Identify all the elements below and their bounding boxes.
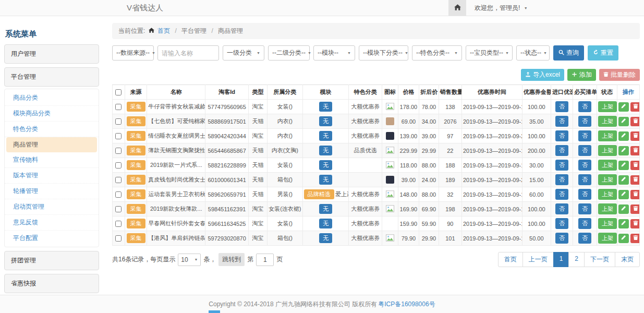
import-select-toggle[interactable]: 否 [555,130,568,141]
level2-category-select[interactable]: --二级分类--▼ [268,45,310,61]
module-select[interactable]: --模块--▼ [313,45,355,61]
row-checkbox[interactable] [115,191,121,198]
page-item[interactable]: 2 [568,252,585,267]
module-subcategory-select[interactable]: --模块下分类--▼ [359,45,408,61]
reset-button[interactable]: 重置 [588,45,618,61]
status-button[interactable]: 上架 [598,233,617,244]
edit-button[interactable] [618,219,629,228]
jump-page-input[interactable] [256,254,274,266]
data-source-select[interactable]: --数据来源--▼ [112,45,154,61]
batch-delete-button[interactable]: 批量删除 [599,69,640,81]
delete-button[interactable] [630,102,640,112]
must-buy-toggle[interactable]: 否 [578,130,591,141]
import-select-toggle[interactable]: 否 [555,174,568,185]
page-item[interactable]: 上一页 [523,252,554,267]
status-button[interactable]: 上架 [598,218,617,229]
status-button[interactable]: 上架 [598,130,617,141]
level1-category-select[interactable]: 一级分类▼ [223,45,264,61]
must-buy-toggle[interactable]: 否 [578,189,591,200]
page-item[interactable]: 首页 [498,252,523,267]
sidebar-subitem[interactable]: 模块商品分类 [5,106,99,122]
must-buy-toggle[interactable]: 否 [578,174,591,185]
import-select-toggle[interactable]: 否 [555,218,568,229]
delete-button[interactable] [630,204,640,214]
row-checkbox[interactable] [115,133,121,139]
delete-button[interactable] [630,219,640,228]
page-item[interactable]: 下一页 [584,252,615,267]
delete-button[interactable] [630,190,640,199]
edit-button[interactable] [618,131,629,141]
delete-button[interactable] [630,117,640,126]
breadcrumb-home-link[interactable]: 首页 [157,27,170,34]
select-all-checkbox[interactable] [115,89,121,95]
import-select-toggle[interactable]: 否 [555,189,568,200]
import-excel-button[interactable]: 导入excel [521,69,564,81]
sidebar-subitem[interactable]: 轮播管理 [5,184,99,199]
delete-button[interactable] [630,175,640,185]
status-button[interactable]: 上架 [598,203,617,214]
must-buy-toggle[interactable]: 否 [578,233,591,244]
must-buy-toggle[interactable]: 否 [578,218,591,229]
delete-button[interactable] [630,131,640,141]
row-checkbox[interactable] [115,177,121,183]
sidebar-panel-item[interactable]: 拼团管理 [4,251,99,270]
edit-button[interactable] [618,204,629,214]
import-select-toggle[interactable]: 否 [555,160,568,171]
name-input[interactable] [157,45,219,61]
edit-button[interactable] [618,161,629,170]
row-checkbox[interactable] [115,162,121,168]
jump-button[interactable]: 跳转到 [218,253,245,266]
edit-button[interactable] [618,102,629,112]
edit-button[interactable] [618,117,629,126]
status-button[interactable]: 上架 [598,189,617,200]
row-checkbox[interactable] [115,235,121,242]
breadcrumb-item[interactable]: 平台管理 [181,27,206,34]
sidebar-subitem[interactable]: 意见反馈 [5,215,99,231]
edit-button[interactable] [618,146,629,155]
edit-button[interactable] [618,234,629,243]
must-buy-toggle[interactable]: 否 [578,101,591,112]
row-checkbox[interactable] [115,148,121,154]
delete-button[interactable] [630,234,640,243]
status-select[interactable]: --状态--▼ [516,45,550,61]
status-button[interactable]: 上架 [598,145,617,156]
must-buy-toggle[interactable]: 否 [578,203,591,214]
user-menu[interactable]: 欢迎您，管理员! ▼ [466,4,528,13]
import-select-toggle[interactable]: 否 [555,116,568,127]
must-buy-toggle[interactable]: 否 [578,160,591,171]
sidebar-panel-item[interactable]: 平台管理 [4,67,99,87]
import-select-toggle[interactable]: 否 [555,145,568,156]
must-buy-toggle[interactable]: 否 [578,116,591,127]
search-button[interactable]: 查询 [553,45,584,61]
sidebar-subitem[interactable]: 商品分类 [5,90,99,106]
item-type-select[interactable]: --宝贝类型--▼ [466,45,513,61]
sidebar-panel-item[interactable]: 用户管理 [4,44,99,64]
sidebar-subitem[interactable]: 启动页管理 [5,199,99,215]
feature-category-select[interactable]: --特色分类--▼ [412,45,462,61]
delete-button[interactable] [630,146,640,155]
status-button[interactable]: 上架 [598,116,617,127]
status-button[interactable]: 上架 [598,174,617,185]
page-size-select[interactable]: 10 ▼ [178,254,201,266]
must-buy-toggle[interactable]: 否 [578,145,591,156]
edit-button[interactable] [618,175,629,185]
delete-button[interactable] [630,161,640,170]
import-select-toggle[interactable]: 否 [555,233,568,244]
sidebar-subitem[interactable]: 宣传物料 [5,152,99,168]
sidebar-subitem[interactable]: 版本管理 [5,168,99,184]
sidebar-item-active[interactable]: 商品管理 [6,137,97,152]
row-checkbox[interactable] [115,104,121,110]
edit-button[interactable] [618,190,629,199]
sidebar-panel-item[interactable]: 省惠快报 [4,274,99,293]
status-button[interactable]: 上架 [598,160,617,171]
add-button[interactable]: 添加 [567,69,596,81]
import-select-toggle[interactable]: 否 [555,203,568,214]
page-item-active[interactable]: 1 [553,252,569,267]
sidebar-subitem[interactable]: 特色分类 [5,122,99,137]
import-select-toggle[interactable]: 否 [555,101,568,112]
status-button[interactable]: 上架 [598,101,617,112]
sidebar-subitem[interactable]: 平台配置 [5,231,99,246]
page-item[interactable]: 末页 [615,252,640,267]
icp-link[interactable]: 粤ICP备16098006号 [378,300,435,309]
row-checkbox[interactable] [115,206,121,212]
